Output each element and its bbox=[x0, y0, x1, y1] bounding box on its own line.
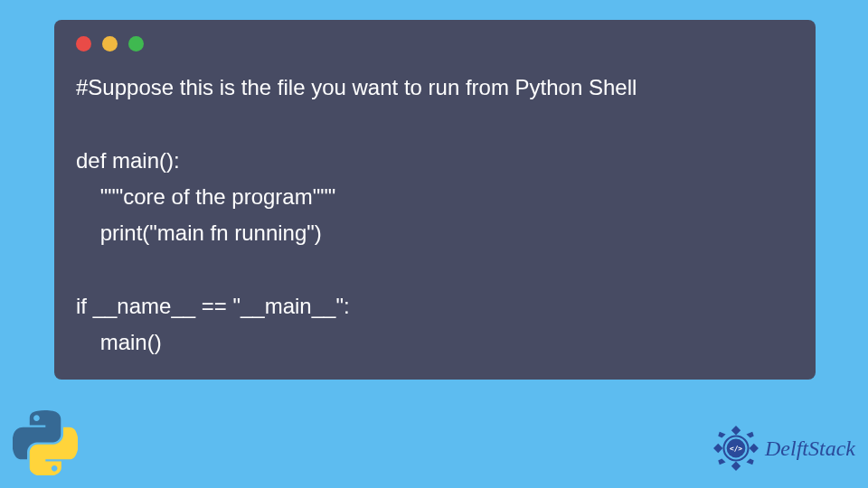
code-line: if __name__ == "__main__": bbox=[76, 294, 350, 318]
code-line: print("main fn running") bbox=[76, 221, 322, 245]
delftstack-label: DelftStack bbox=[765, 436, 855, 461]
svg-marker-4 bbox=[718, 432, 725, 438]
svg-marker-6 bbox=[718, 458, 725, 465]
svg-marker-7 bbox=[746, 458, 753, 465]
svg-text:</>: </> bbox=[730, 445, 742, 453]
code-window: #Suppose this is the file you want to ru… bbox=[54, 20, 816, 380]
code-line: main() bbox=[76, 330, 162, 354]
svg-marker-5 bbox=[746, 432, 753, 438]
delftstack-logo: </> DelftStack bbox=[712, 425, 855, 472]
svg-marker-1 bbox=[731, 462, 741, 471]
code-block: #Suppose this is the file you want to ru… bbox=[76, 70, 794, 361]
window-traffic-lights bbox=[76, 36, 794, 52]
code-line: """core of the program""" bbox=[76, 184, 335, 209]
svg-marker-0 bbox=[731, 426, 741, 435]
code-line: def main(): bbox=[76, 148, 180, 173]
minimize-icon bbox=[102, 36, 118, 52]
python-logo-icon bbox=[13, 410, 78, 475]
close-icon bbox=[76, 36, 91, 52]
code-line: #Suppose this is the file you want to ru… bbox=[76, 75, 637, 99]
svg-marker-2 bbox=[713, 444, 722, 453]
maximize-icon bbox=[128, 36, 144, 52]
svg-marker-3 bbox=[750, 444, 759, 453]
delftstack-emblem-icon: </> bbox=[712, 425, 760, 472]
